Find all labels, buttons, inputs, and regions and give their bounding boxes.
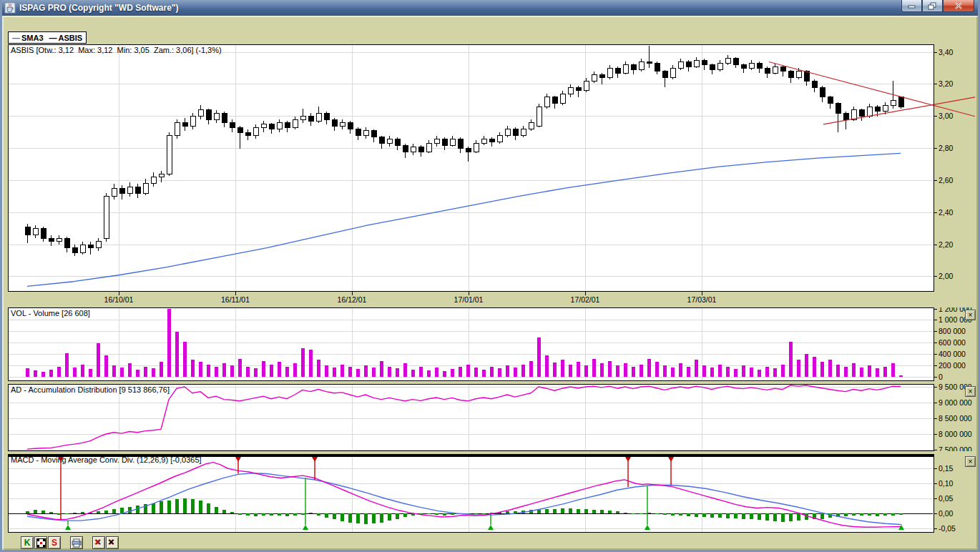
y-axis-label: 2,80 [939, 144, 954, 152]
red-x-icon: ×× [94, 538, 103, 547]
bottom-toolbar: K S [2, 535, 978, 551]
y-axis-label: 600 000 [939, 338, 966, 347]
k-button[interactable]: K [21, 536, 34, 549]
y-axis-label: 0 [939, 373, 943, 381]
print-button[interactable] [70, 536, 83, 549]
y-axis-label: 7 500 000 [939, 445, 972, 452]
y-axis-label: 9 000 000 [939, 398, 972, 407]
close-volume-panel-button[interactable]: × [965, 310, 976, 320]
y-axis-label: 2,40 [939, 208, 954, 217]
delete-red-button[interactable]: ×× [92, 536, 105, 549]
x-axis-label: 16/12/01 [338, 295, 367, 304]
crosshair-icon [36, 538, 46, 548]
x-axis-label: 16/10/01 [104, 295, 134, 304]
y-axis-label: 8 500 000 [939, 414, 972, 423]
window-controls [901, 0, 974, 12]
minimize-button[interactable] [901, 0, 922, 12]
y-axis-label: 0,00 [939, 509, 954, 518]
macd-panel-header: MACD - Moving Average Conv. Div. (12,26,… [11, 455, 202, 464]
y-axis-label: 3,40 [939, 48, 954, 56]
close-macd-panel-button[interactable]: × [965, 456, 976, 467]
chart-workspace: — SMA3 — ASBIS 3,403,203,002,802,602,402… [2, 16, 978, 550]
x-axis-label: 17/01/01 [454, 295, 484, 304]
java-app-icon [4, 2, 16, 14]
y-axis-label: 8 000 000 [939, 430, 972, 438]
volume-panel-header: VOL - Volume [26 608] [11, 309, 90, 317]
x-axis-label: 17/02/01 [571, 295, 600, 304]
s-button[interactable]: S [48, 536, 61, 549]
asbis-line-swatch: — [49, 34, 57, 42]
y-axis-label: -0,05 [939, 524, 956, 533]
volume-panel: 1 200 0001 000 000800 000600 000400 0002… [8, 307, 979, 381]
accumulation-distribution-chart[interactable]: 9 500 0009 000 0008 500 0008 000 0007 50… [8, 384, 979, 451]
y-axis-label: 0,05 [939, 494, 954, 503]
y-axis-label: 400 000 [939, 350, 966, 358]
y-axis-label: 200 000 [939, 361, 966, 370]
x-axis-label: 16/11/01 [221, 295, 250, 304]
y-axis-label: 2,00 [939, 272, 954, 280]
printer-icon [72, 538, 82, 548]
sma3-line-swatch: — [12, 34, 20, 42]
y-axis-label: 0,15 [939, 464, 954, 473]
macd-panel: 0,150,100,050,00-0,05 MACD - Moving Aver… [8, 454, 979, 533]
legend-item-asbis: — ASBIS [49, 34, 83, 42]
price-chart-panel: 3,403,203,002,802,602,402,202,0016/10/01… [8, 44, 979, 305]
chart-legend: — SMA3 — ASBIS [8, 31, 87, 44]
price-chart-header: ASBIS [Otw.: 3,12 Max: 3,12 Min: 3,05 Za… [11, 46, 222, 54]
delete-black-button[interactable]: ×× [106, 536, 119, 549]
price-chart[interactable]: 3,403,203,002,802,602,402,202,0016/10/01… [8, 44, 979, 305]
y-axis-label: 0,10 [939, 479, 954, 488]
close-window-button[interactable] [943, 0, 974, 12]
close-ad-panel-button[interactable]: × [965, 386, 976, 397]
y-axis-label: 2,60 [939, 176, 954, 184]
window-title: ISPAG PRO (Copyright "WD Software") [19, 3, 179, 13]
y-axis-label: 2,20 [939, 240, 954, 249]
restore-button[interactable] [922, 0, 943, 12]
legend-label-asbis: ASBIS [59, 34, 83, 42]
y-axis-label: 3,20 [939, 79, 954, 88]
black-x-icon: ×× [108, 538, 117, 547]
legend-item-sma3: — SMA3 [12, 34, 44, 42]
crosshair-button[interactable] [34, 536, 47, 549]
accumulation-distribution-panel: 9 500 0009 000 0008 500 0008 000 0007 50… [8, 384, 979, 451]
macd-chart[interactable]: 0,150,100,050,00-0,05 [8, 454, 979, 533]
x-axis-label: 17/03/01 [687, 295, 717, 304]
ad-panel-header: AD - Accumulation Distribution [9 513 86… [11, 385, 170, 394]
window-titlebar[interactable]: ISPAG PRO (Copyright "WD Software") [0, 0, 980, 16]
legend-label-sma3: SMA3 [21, 34, 44, 42]
y-axis-label: 3,00 [939, 112, 954, 120]
app-window: ISPAG PRO (Copyright "WD Software") [0, 0, 980, 552]
y-axis-label: 800 000 [939, 327, 966, 335]
volume-chart[interactable]: 1 200 0001 000 000800 000600 000400 0002… [8, 307, 979, 381]
